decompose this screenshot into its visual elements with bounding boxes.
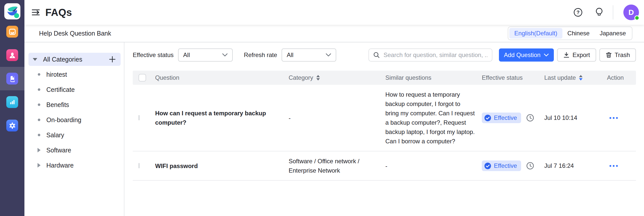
chevron-down-icon[interactable] (33, 58, 37, 61)
chevron-right-icon[interactable] (37, 148, 41, 152)
app-rail (0, 0, 24, 216)
category-item-certificate[interactable]: Certificate (24, 82, 124, 97)
category-item-hardware[interactable]: Hardware (24, 158, 124, 173)
add-question-button[interactable]: Add Question (499, 48, 554, 62)
rail-app-list (0, 20, 24, 137)
chevron-right-icon[interactable] (37, 163, 41, 168)
rail-app-helpdesk[interactable] (0, 20, 24, 43)
clock-icon[interactable] (526, 113, 535, 122)
row-actions-button[interactable] (608, 115, 619, 121)
sub-header: Help Desk Question Bank English(Default)… (24, 25, 644, 42)
last-update-cell: Jul 7 16:24 (544, 162, 607, 169)
bar-chart-icon (6, 96, 18, 108)
language-tab-chinese[interactable]: Chinese (562, 28, 595, 39)
language-tab-japanese[interactable]: Japanese (595, 28, 631, 39)
check-circle-icon (484, 115, 491, 121)
app-root: FAQs ? D (0, 0, 644, 216)
bird-logo-icon (4, 3, 20, 19)
refresh-rate-select[interactable]: All (282, 48, 336, 62)
lark-logo[interactable] (4, 3, 20, 19)
export-button[interactable]: Export (557, 48, 596, 62)
effective-status-label: Effective status (133, 51, 174, 59)
clock-icon[interactable] (526, 161, 535, 170)
similar-questions-cell: How to request a temporary backup comput… (385, 85, 482, 151)
refresh-rate-label: Refresh rate (244, 51, 277, 59)
check-circle-icon (484, 163, 491, 169)
column-similar-questions: Similar questions (385, 74, 482, 81)
column-action: Action (607, 74, 636, 81)
inbox-tray-icon (6, 26, 18, 38)
bullet-icon (37, 73, 41, 76)
chevron-down-icon (222, 53, 228, 57)
column-last-update: Last update (544, 74, 607, 81)
category-item-salary[interactable]: Salary (24, 127, 124, 143)
category-cell: - (289, 108, 385, 128)
select-all-checkbox[interactable] (139, 74, 146, 82)
faq-workarea: Effective status All Refresh rate All (124, 42, 644, 216)
main-column: FAQs ? D (24, 0, 644, 216)
search-icon (373, 51, 380, 59)
category-item-hirotest[interactable]: hirotest (24, 67, 124, 82)
language-tab-english[interactable]: English(Default) (509, 28, 562, 39)
column-category: Category (289, 74, 385, 81)
plus-icon (109, 56, 116, 63)
avatar[interactable]: D (623, 5, 639, 20)
rail-app-faq-active[interactable] (0, 67, 24, 90)
status-cell: Effective (482, 113, 544, 123)
trash-icon (605, 52, 612, 58)
bullet-icon (37, 119, 41, 121)
question-circle-icon: ? (573, 8, 583, 17)
category-item-onboarding[interactable]: On-boarding (24, 112, 124, 127)
row-checkbox[interactable] (139, 163, 140, 168)
chevron-down-icon (326, 53, 331, 57)
row-actions-button[interactable] (608, 163, 619, 169)
help-button[interactable]: ? (573, 7, 583, 17)
status-cell: Effective (482, 160, 544, 171)
rail-app-contacts[interactable] (0, 43, 24, 67)
rail-app-analytics[interactable] (0, 90, 24, 114)
chevron-down-icon (544, 53, 549, 57)
bullet-icon (37, 88, 41, 91)
gear-icon (6, 120, 18, 131)
table-header: Question Category Similar questions Effe… (133, 71, 636, 85)
category-item-benefits[interactable]: Benefits (24, 97, 124, 112)
whats-new-button[interactable] (594, 7, 604, 17)
category-item-software[interactable]: Software (24, 143, 124, 158)
person-icon (6, 49, 18, 61)
question-link[interactable]: WIFI password (155, 156, 289, 176)
question-link[interactable]: How can I request a temporary backup com… (155, 103, 289, 132)
status-badge: Effective (482, 113, 521, 123)
category-all-row[interactable]: All Categories (28, 53, 121, 66)
trash-button[interactable]: Trash (599, 48, 636, 62)
sidebar-toggle-icon[interactable] (31, 8, 40, 16)
topbar-divider (613, 5, 613, 19)
sort-category[interactable] (316, 75, 320, 80)
lightbulb-icon (595, 7, 604, 17)
column-question: Question (155, 74, 289, 81)
similar-questions-cell: - (385, 156, 482, 176)
action-cell (607, 115, 636, 121)
language-switcher: English(Default) Chinese Japanese (508, 26, 632, 40)
content-area: All Categories hirotest Certificate (24, 42, 644, 216)
rail-app-settings[interactable] (0, 114, 24, 137)
svg-text:?: ? (577, 10, 580, 15)
table-row: How can I request a temporary backup com… (133, 85, 636, 151)
sort-last-update[interactable] (579, 75, 583, 80)
search-input[interactable] (383, 51, 488, 59)
category-all-label: All Categories (43, 56, 108, 63)
bank-title: Help Desk Question Bank (39, 30, 111, 37)
table-row: WIFI password Software / Office network … (133, 151, 636, 181)
last-update-cell: Jul 10 10:14 (544, 114, 607, 121)
download-icon (563, 52, 570, 58)
filter-toolbar: Effective status All Refresh rate All (133, 48, 636, 62)
column-effective-status: Effective status (482, 74, 544, 81)
status-badge: Effective (482, 160, 521, 171)
avatar-initial: D (628, 8, 634, 17)
add-category-button[interactable] (108, 55, 116, 63)
effective-status-select[interactable]: All (178, 48, 233, 62)
category-list: hirotest Certificate Benefits On-boardin… (24, 67, 124, 173)
row-checkbox[interactable] (139, 115, 140, 120)
presence-dot (634, 15, 639, 20)
categories-panel: All Categories hirotest Certificate (24, 42, 124, 216)
bullet-icon (37, 103, 41, 106)
